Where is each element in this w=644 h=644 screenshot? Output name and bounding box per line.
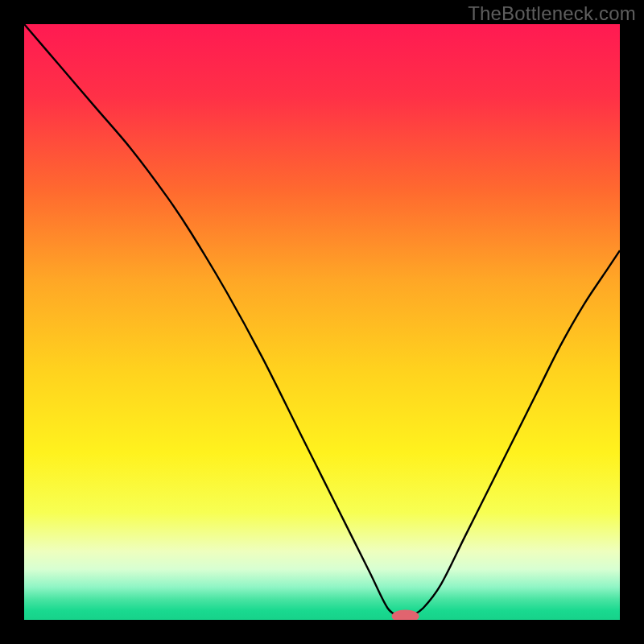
minimum-marker (24, 24, 620, 620)
svg-point-1 (392, 609, 419, 620)
chart-stage: TheBottleneck.com (0, 0, 644, 644)
plot-area (24, 24, 620, 620)
watermark-text: TheBottleneck.com (468, 2, 636, 25)
